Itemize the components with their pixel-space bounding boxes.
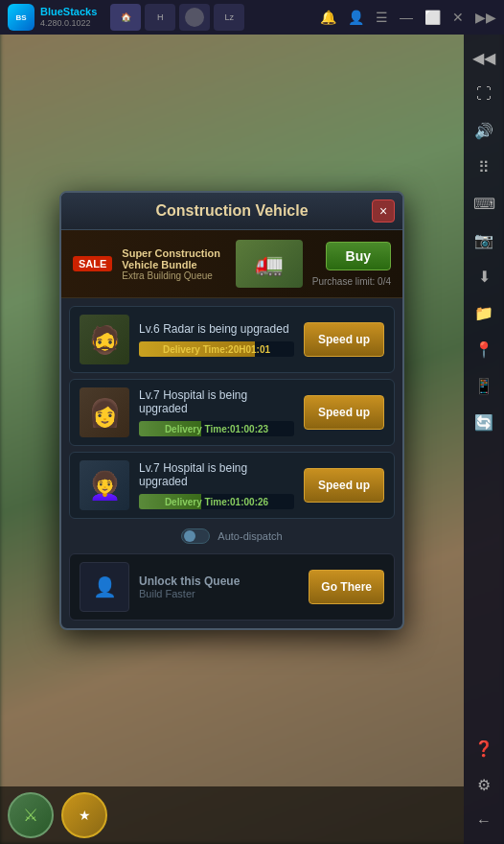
modal-overlay: Construction Vehicle × SALE Super Constr…: [0, 35, 464, 786]
dialog-close-button[interactable]: ×: [372, 199, 395, 223]
tab-home[interactable]: 🏠: [110, 4, 141, 31]
queue-info-3: Lv.7 Hospital is being upgraded Delivery…: [139, 461, 294, 509]
tab-lz[interactable]: Lz: [214, 4, 244, 31]
buy-button[interactable]: Buy: [326, 242, 391, 270]
tab-avatar[interactable]: [179, 4, 210, 31]
sidebar-phone-icon[interactable]: 📱: [469, 370, 499, 401]
sidebar-location-icon[interactable]: 📍: [469, 334, 499, 364]
speed-up-button-2[interactable]: Speed up: [304, 395, 384, 430]
sale-banner: SALE Super Construction Vehicle Bundle E…: [61, 230, 402, 298]
bluestacks-logo: BS: [8, 4, 34, 31]
dialog-header: Construction Vehicle ×: [61, 193, 402, 230]
sale-text-block: Super Construction Vehicle Bundle Extra …: [122, 247, 225, 281]
bottom-button-2[interactable]: ★: [61, 792, 107, 838]
queue-title-2: Lv.7 Hospital is being upgraded: [139, 388, 294, 415]
minimize-icon[interactable]: —: [400, 10, 413, 25]
sidebar-volume-icon[interactable]: 🔊: [469, 115, 499, 146]
queue-avatar-3: 👩‍🦱: [80, 460, 129, 510]
bell-icon[interactable]: 🔔: [320, 10, 336, 25]
queue-section: 🧔 Lv.6 Radar is being upgraded Delivery …: [61, 298, 402, 628]
sidebar-keyboard-icon[interactable]: ⌨: [469, 188, 499, 219]
sale-main-text: Super Construction Vehicle Bundle: [122, 247, 225, 270]
sidebar-dots-icon[interactable]: ⠿: [469, 152, 499, 182]
go-there-button[interactable]: Go There: [309, 570, 384, 604]
queue-timer-text-3: Delivery Time:01:00:26: [139, 494, 294, 509]
auto-dispatch-row: Auto-dispatch: [69, 525, 395, 548]
close-window-icon[interactable]: ✕: [452, 10, 464, 25]
expand-icon[interactable]: ▶▶: [475, 10, 496, 25]
dialog-title: Construction Vehicle: [155, 202, 308, 220]
queue-title-1: Lv.6 Radar is being upgraded: [139, 322, 294, 336]
queue-title-3: Lv.7 Hospital is being upgraded: [139, 461, 294, 488]
app-version: 4.280.0.1022: [40, 18, 97, 29]
sidebar-download-icon[interactable]: ⬇: [469, 261, 499, 292]
queue-timer-bar-2: Delivery Time:01:00:23: [139, 421, 294, 436]
queue-timer-bar-3: Delivery Time:01:00:26: [139, 494, 294, 509]
sidebar-camera-icon[interactable]: 📷: [469, 224, 499, 255]
queue-item-1: 🧔 Lv.6 Radar is being upgraded Delivery …: [69, 306, 395, 373]
sidebar-folder-icon[interactable]: 📁: [469, 297, 499, 328]
tab-h[interactable]: H: [145, 4, 175, 31]
auto-dispatch-label: Auto-dispatch: [218, 530, 282, 542]
bluestacks-toolbar: BS BlueStacks 4.280.0.1022 🏠 H Lz 🔔 👤 ☰ …: [0, 0, 504, 35]
sidebar-settings-icon[interactable]: ⚙: [469, 769, 499, 800]
app-tabs: 🏠 H Lz: [110, 4, 244, 31]
queue-avatar-2: 👩: [80, 387, 129, 437]
menu-icon[interactable]: ☰: [376, 10, 388, 25]
locked-avatar: 👤: [80, 562, 129, 612]
queue-timer-text-2: Delivery Time:01:00:23: [139, 421, 294, 436]
purchase-limit: Purchase limit: 0/4: [312, 276, 391, 287]
sidebar-expand-icon[interactable]: ◀◀: [469, 42, 499, 73]
bottom-game-bar: ⚔ ★: [0, 786, 464, 844]
right-sidebar: ◀◀ ⛶ 🔊 ⠿ ⌨ 📷 ⬇ 📁 📍 📱 🔄 ❓ ⚙ ←: [464, 35, 504, 844]
profile-icon[interactable]: 👤: [348, 10, 364, 25]
toggle-knob: [184, 530, 195, 542]
queue-info-2: Lv.7 Hospital is being upgraded Delivery…: [139, 388, 294, 436]
queue-item-3: 👩‍🦱 Lv.7 Hospital is being upgraded Deli…: [69, 452, 395, 519]
app-title: BlueStacks: [40, 6, 97, 18]
speed-up-button-1[interactable]: Speed up: [304, 322, 384, 357]
sale-actions: Buy Purchase limit: 0/4: [312, 242, 391, 287]
queue-timer-text-1: Delivery Time:20H01:01: [139, 341, 294, 357]
maximize-icon[interactable]: ⬜: [424, 10, 441, 25]
sale-badge: SALE: [73, 256, 112, 271]
sidebar-back-icon[interactable]: ←: [469, 806, 499, 836]
locked-queue-title: Unlock this Queue: [139, 574, 299, 588]
window-controls: 🔔 👤 ☰ — ⬜ ✕ ▶▶: [320, 10, 496, 25]
bottom-button-1[interactable]: ⚔: [8, 792, 54, 838]
auto-dispatch-toggle[interactable]: [181, 528, 210, 544]
speed-up-button-3[interactable]: Speed up: [304, 468, 384, 503]
vehicle-image: 🚛: [236, 240, 303, 288]
queue-item-2: 👩 Lv.7 Hospital is being upgraded Delive…: [69, 379, 395, 446]
locked-queue-item: 👤 Unlock this Queue Build Faster Go Ther…: [69, 553, 395, 621]
sidebar-help-icon[interactable]: ❓: [469, 733, 499, 763]
queue-timer-bar-1: Delivery Time:20H01:01: [139, 341, 294, 357]
sidebar-fullscreen-icon[interactable]: ⛶: [469, 79, 499, 109]
queue-info-1: Lv.6 Radar is being upgraded Delivery Ti…: [139, 322, 294, 357]
sale-sub-text: Extra Building Queue: [122, 270, 225, 281]
queue-avatar-1: 🧔: [80, 315, 129, 364]
locked-queue-subtitle: Build Faster: [139, 588, 299, 599]
construction-vehicle-dialog: Construction Vehicle × SALE Super Constr…: [59, 191, 404, 630]
locked-info: Unlock this Queue Build Faster: [139, 574, 299, 599]
sidebar-refresh-icon[interactable]: 🔄: [469, 407, 499, 437]
